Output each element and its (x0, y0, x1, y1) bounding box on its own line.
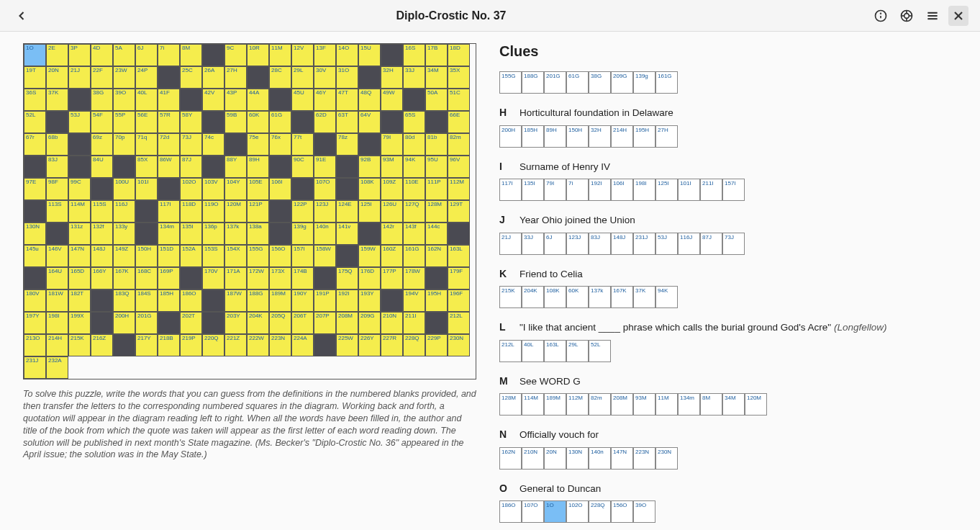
grid-cell[interactable]: 85X (135, 156, 158, 178)
grid-cell[interactable]: 124E (336, 200, 358, 223)
grid-cell[interactable]: 218B (158, 334, 180, 356)
grid-cell[interactable]: 52L (24, 111, 46, 133)
answer-cell[interactable]: 125I (655, 179, 678, 201)
answer-cell[interactable]: 211I (700, 179, 722, 201)
grid-cell[interactable]: 224A (291, 334, 314, 356)
grid-cell[interactable]: 114M (68, 200, 91, 223)
answer-cell[interactable]: 185H (522, 125, 544, 148)
grid-cell[interactable]: 207P (314, 312, 336, 334)
answer-cell[interactable]: 61G (566, 71, 589, 94)
grid-cell[interactable]: 48Q (358, 89, 381, 111)
answer-cell[interactable]: 139g (633, 71, 655, 94)
grid-cell[interactable]: 74c (202, 133, 224, 156)
grid-cell[interactable]: 100U (113, 178, 135, 200)
grid-cell[interactable]: 24P (135, 66, 158, 89)
grid-cell[interactable]: 49W (381, 89, 403, 111)
grid-cell[interactable]: 161G (403, 245, 425, 267)
grid-cell[interactable]: 151D (158, 245, 180, 267)
grid-cell[interactable]: 208M (336, 312, 358, 334)
grid-cell[interactable]: 122P (291, 200, 314, 223)
grid-cell[interactable]: 32H (381, 66, 403, 89)
grid-cell[interactable]: 53J (68, 111, 91, 133)
grid-cell[interactable]: 72d (158, 133, 180, 156)
answer-cell[interactable]: 167K (611, 286, 633, 308)
grid-cell[interactable]: 39O (113, 89, 135, 111)
answer-cell[interactable]: 79I (544, 179, 566, 201)
answer-cell[interactable]: 161G (655, 71, 678, 94)
answer-cell[interactable]: 188G (522, 71, 544, 94)
grid-cell[interactable]: 128M (425, 200, 448, 223)
answer-cell[interactable]: 82m (589, 393, 611, 416)
grid-cell[interactable]: 67r (24, 133, 46, 156)
grid-cell[interactable]: 126U (381, 200, 403, 223)
grid-cell[interactable]: 182T (68, 289, 91, 312)
menu-icon[interactable] (922, 6, 943, 26)
grid-cell[interactable]: 70p (113, 133, 135, 156)
grid-cell[interactable]: 97E (24, 178, 46, 200)
grid-cell[interactable]: 175Q (336, 267, 358, 289)
grid-cell[interactable]: 139g (291, 223, 314, 245)
grid-cell[interactable]: 165D (68, 267, 91, 289)
grid-cell[interactable]: 192I (336, 289, 358, 312)
grid-cell[interactable]: 146V (46, 245, 68, 267)
grid-cell[interactable]: 178W (403, 267, 425, 289)
info-icon[interactable] (871, 6, 891, 26)
grid-cell[interactable]: 5A (113, 44, 135, 66)
grid-cell[interactable]: 156O (269, 245, 291, 267)
answer-cell[interactable]: 123J (566, 233, 589, 255)
answer-cell[interactable]: 39O (633, 500, 655, 523)
grid-cell[interactable]: 12V (291, 44, 314, 66)
grid-cell[interactable]: 64V (358, 111, 381, 133)
crossword-grid[interactable]: 1O2E3P4D5A6J7i8M9C10R11M12V13F14O15U16S1… (23, 43, 476, 379)
answer-cell[interactable]: 116J (678, 233, 700, 255)
grid-cell[interactable]: 59B (224, 111, 247, 133)
grid-cell[interactable]: 77t (291, 133, 314, 156)
answer-cell[interactable]: 223N (633, 447, 655, 470)
grid-cell[interactable]: 201G (135, 312, 158, 334)
answer-cell[interactable]: 87J (700, 233, 722, 255)
grid-cell[interactable]: 193Y (358, 289, 381, 312)
grid-cell[interactable]: 6J (135, 44, 158, 66)
grid-cell[interactable]: 130N (24, 223, 46, 245)
answer-cell[interactable]: 212L (499, 340, 522, 362)
grid-cell[interactable]: 144c (425, 223, 448, 245)
grid-cell[interactable]: 2E (46, 44, 68, 66)
grid-cell[interactable]: 10R (247, 44, 269, 66)
grid-cell[interactable]: 230N (448, 334, 470, 356)
answer-row[interactable]: 212L40L163L29L52L (499, 340, 957, 362)
grid-cell[interactable]: 57R (158, 111, 180, 133)
grid-cell[interactable]: 171A (224, 267, 247, 289)
answer-row[interactable]: 215K204K108K60K137k167K37K94K (499, 286, 957, 308)
grid-cell[interactable]: 227R (381, 334, 403, 356)
grid-cell[interactable]: 194V (403, 289, 425, 312)
grid-cell[interactable]: 84U (91, 156, 113, 178)
grid-cell[interactable]: 205Q (269, 312, 291, 334)
grid-cell[interactable]: 189M (269, 289, 291, 312)
answer-cell[interactable]: 33J (522, 233, 544, 255)
grid-cell[interactable]: 22F (91, 66, 113, 89)
grid-cell[interactable]: 223N (269, 334, 291, 356)
grid-cell[interactable]: 115S (91, 200, 113, 223)
grid-cell[interactable]: 220Q (202, 334, 224, 356)
answer-cell[interactable]: 1O (544, 500, 566, 523)
grid-cell[interactable]: 94K (403, 156, 425, 178)
grid-cell[interactable]: 167K (113, 267, 135, 289)
answer-cell[interactable]: 157I (722, 179, 745, 201)
grid-cell[interactable]: 215K (68, 334, 91, 356)
grid-cell[interactable]: 83J (46, 156, 68, 178)
grid-cell[interactable]: 200H (113, 312, 135, 334)
answer-cell[interactable]: 130N (566, 447, 589, 470)
grid-cell[interactable]: 190Y (291, 289, 314, 312)
grid-cell[interactable]: 63T (336, 111, 358, 133)
grid-cell[interactable]: 96V (448, 156, 470, 178)
answer-cell[interactable]: 101I (678, 179, 700, 201)
grid-cell[interactable]: 110E (403, 178, 425, 200)
grid-cell[interactable]: 29L (291, 66, 314, 89)
grid-cell[interactable]: 116J (113, 200, 135, 223)
grid-cell[interactable]: 1O (24, 44, 46, 66)
answer-cell[interactable]: 200H (499, 125, 522, 148)
grid-cell[interactable]: 231J (24, 356, 46, 379)
grid-cell[interactable]: 211I (403, 312, 425, 334)
answer-cell[interactable]: 102O (566, 500, 589, 523)
grid-cell[interactable]: 166Y (91, 267, 113, 289)
